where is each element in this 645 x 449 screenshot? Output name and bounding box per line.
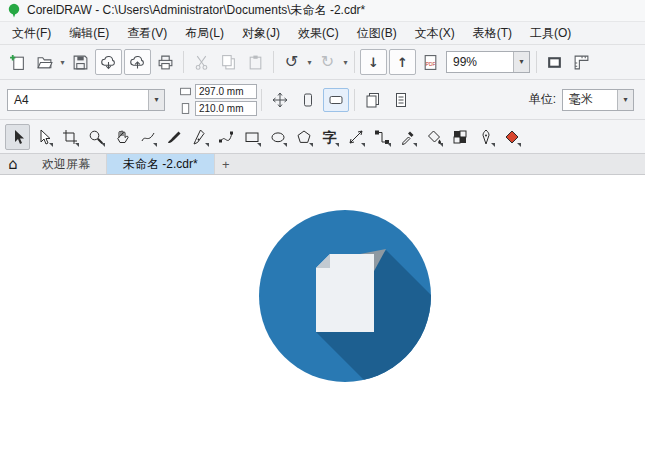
freehand-icon (140, 129, 156, 145)
pick-tool[interactable] (5, 124, 30, 150)
menu-layout[interactable]: 布局(L) (176, 22, 233, 45)
text-tool-icon: 字 (323, 130, 337, 144)
open-button[interactable] (31, 49, 58, 75)
export-arrow-icon: ↑ (397, 55, 408, 70)
tab-untitled-document[interactable]: 未命名 -2.cdr* (107, 154, 215, 174)
eyedropper-icon (400, 129, 416, 145)
separator (273, 51, 274, 73)
page-height-field[interactable]: 210.0 mm (195, 101, 257, 116)
portrait-icon (300, 92, 316, 108)
menu-file[interactable]: 文件(F) (3, 22, 60, 45)
rectangle-icon (244, 129, 260, 145)
zoom-tool[interactable] (83, 124, 108, 150)
chevron-down-icon[interactable]: ▾ (148, 90, 164, 110)
undo-button[interactable]: ↺ (278, 49, 305, 75)
bezier-icon (218, 129, 234, 145)
rectangle-tool[interactable] (239, 124, 264, 150)
smart-fill-tool[interactable] (447, 124, 472, 150)
ellipse-tool[interactable] (265, 124, 290, 150)
connector-tool[interactable] (369, 124, 394, 150)
redo-button[interactable]: ↻ (314, 49, 341, 75)
fullscreen-preview-button[interactable] (541, 49, 568, 75)
rulers-icon (573, 54, 590, 71)
paint-bucket-icon (426, 129, 442, 145)
show-rulers-button[interactable] (568, 49, 595, 75)
menu-tools[interactable]: 工具(O) (521, 22, 580, 45)
redo-icon: ↻ (321, 54, 334, 70)
pick-tool-icon (10, 129, 26, 145)
save-icon (72, 54, 89, 71)
portrait-orientation-button[interactable] (295, 88, 321, 112)
drawing-canvas[interactable] (0, 175, 645, 449)
new-document-button[interactable] (4, 49, 31, 75)
import-arrow-icon: ↓ (368, 55, 379, 70)
new-tab-button[interactable]: + (215, 154, 237, 174)
cloud-upload-icon (129, 54, 146, 71)
artistic-media-tool[interactable] (161, 124, 186, 150)
chevron-down-icon[interactable]: ▾ (305, 58, 314, 67)
bezier-tool[interactable] (213, 124, 238, 150)
menu-table[interactable]: 表格(T) (464, 22, 521, 45)
import-button[interactable]: ↓ (360, 49, 387, 75)
pen-tool[interactable] (187, 124, 212, 150)
landscape-orientation-button[interactable] (323, 88, 349, 112)
page-size-combobox[interactable]: A4 ▾ (7, 89, 165, 111)
open-folder-icon (36, 54, 53, 71)
separator (354, 51, 355, 73)
eyedropper-tool[interactable] (395, 124, 420, 150)
pen-nib-icon (192, 129, 208, 145)
ellipse-icon (270, 129, 286, 145)
chevron-down-icon[interactable]: ▾ (513, 52, 529, 72)
page-width-field[interactable]: 297.0 mm (195, 84, 257, 99)
menu-view[interactable]: 查看(V) (118, 22, 176, 45)
all-pages-button[interactable] (360, 88, 386, 112)
paste-button[interactable] (242, 49, 269, 75)
document-icon-artwork[interactable] (259, 210, 431, 382)
print-button[interactable] (152, 49, 179, 75)
units-label: 单位: (529, 91, 556, 108)
tab-welcome-screen[interactable]: 欢迎屏幕 (26, 154, 107, 174)
home-tab-button[interactable]: ⌂ (0, 154, 26, 174)
landscape-icon (328, 92, 344, 108)
page-dimensions: 297.0 mm 210.0 mm (179, 84, 257, 116)
menu-text[interactable]: 文本(X) (406, 22, 464, 45)
fullscreen-icon (546, 54, 563, 71)
pdf-icon: PDF (422, 54, 439, 71)
undo-icon: ↺ (285, 54, 298, 70)
current-page-button[interactable] (388, 88, 414, 112)
chevron-down-icon[interactable]: ▾ (617, 90, 633, 110)
dimension-tool[interactable] (343, 124, 368, 150)
property-bar: A4 ▾ 297.0 mm 210.0 mm (0, 80, 645, 120)
shape-tool-icon (36, 129, 52, 145)
nudge-settings-button[interactable] (267, 88, 293, 112)
chevron-down-icon[interactable]: ▾ (341, 58, 350, 67)
menu-bitmaps[interactable]: 位图(B) (348, 22, 406, 45)
chevron-down-icon[interactable]: ▾ (58, 58, 67, 67)
export-button[interactable]: ↑ (389, 49, 416, 75)
units-combobox[interactable]: 毫米 ▾ (562, 89, 634, 111)
toolbox: 字 (0, 120, 645, 154)
svg-text:PDF: PDF (426, 61, 436, 66)
save-to-cloud-button[interactable] (124, 49, 151, 75)
copy-button[interactable] (215, 49, 242, 75)
menu-object[interactable]: 对象(J) (233, 22, 289, 45)
page-height-icon (179, 102, 192, 115)
polygon-icon (296, 129, 312, 145)
text-tool[interactable]: 字 (317, 124, 342, 150)
dimension-line-icon (348, 129, 364, 145)
menu-edit[interactable]: 编辑(E) (60, 22, 118, 45)
menu-effects[interactable]: 效果(C) (289, 22, 348, 45)
pan-tool[interactable] (109, 124, 134, 150)
save-button[interactable] (67, 49, 94, 75)
cut-button[interactable] (188, 49, 215, 75)
zoom-combobox[interactable]: 99% ▾ (446, 51, 530, 73)
interactive-fill-tool[interactable] (421, 124, 446, 150)
shape-tool[interactable] (31, 124, 56, 150)
publish-to-pdf-button[interactable]: PDF (417, 49, 444, 75)
open-from-cloud-button[interactable] (95, 49, 122, 75)
fill-tool[interactable] (499, 124, 524, 150)
polygon-tool[interactable] (291, 124, 316, 150)
outline-pen-tool[interactable] (473, 124, 498, 150)
freehand-tool[interactable] (135, 124, 160, 150)
crop-tool[interactable] (57, 124, 82, 150)
